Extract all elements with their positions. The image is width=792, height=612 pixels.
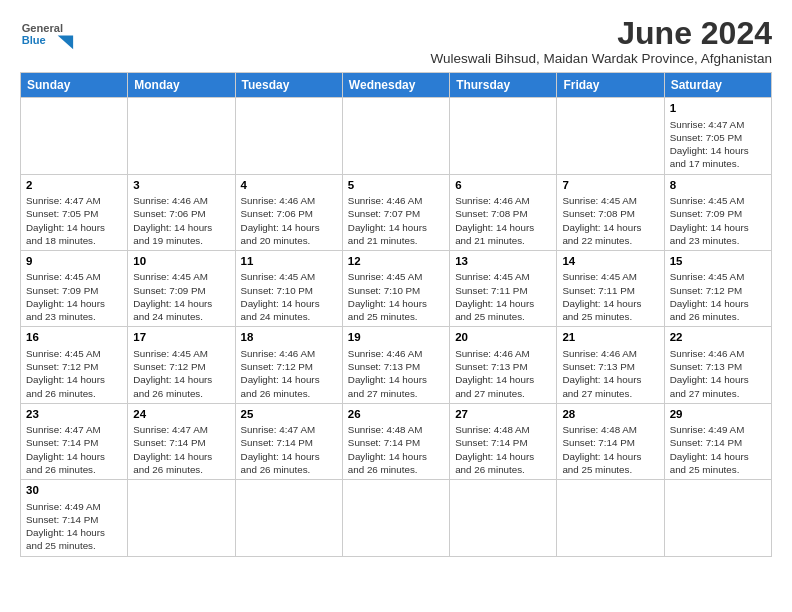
weekday-header-saturday: Saturday — [664, 73, 771, 98]
calendar-cell — [557, 98, 664, 174]
day-number: 2 — [26, 178, 122, 194]
calendar-cell: 24Sunrise: 4:47 AMSunset: 7:14 PMDayligh… — [128, 403, 235, 479]
day-info: Sunrise: 4:47 AMSunset: 7:05 PMDaylight:… — [670, 118, 766, 171]
day-info: Sunrise: 4:46 AMSunset: 7:08 PMDaylight:… — [455, 194, 551, 247]
day-number: 8 — [670, 178, 766, 194]
calendar-cell: 4Sunrise: 4:46 AMSunset: 7:06 PMDaylight… — [235, 174, 342, 250]
logo: General Blue — [20, 16, 80, 56]
calendar-cell: 28Sunrise: 4:48 AMSunset: 7:14 PMDayligh… — [557, 403, 664, 479]
day-info: Sunrise: 4:46 AMSunset: 7:13 PMDaylight:… — [348, 347, 444, 400]
day-info: Sunrise: 4:47 AMSunset: 7:14 PMDaylight:… — [241, 423, 337, 476]
day-info: Sunrise: 4:45 AMSunset: 7:11 PMDaylight:… — [562, 270, 658, 323]
calendar-cell — [21, 98, 128, 174]
calendar-cell: 11Sunrise: 4:45 AMSunset: 7:10 PMDayligh… — [235, 250, 342, 326]
day-number: 23 — [26, 407, 122, 423]
day-info: Sunrise: 4:47 AMSunset: 7:14 PMDaylight:… — [26, 423, 122, 476]
svg-text:Blue: Blue — [22, 34, 46, 46]
day-number: 27 — [455, 407, 551, 423]
weekday-header-monday: Monday — [128, 73, 235, 98]
svg-text:General: General — [22, 22, 63, 34]
calendar-cell: 17Sunrise: 4:45 AMSunset: 7:12 PMDayligh… — [128, 327, 235, 403]
day-number: 11 — [241, 254, 337, 270]
day-number: 21 — [562, 330, 658, 346]
day-info: Sunrise: 4:46 AMSunset: 7:13 PMDaylight:… — [670, 347, 766, 400]
calendar-cell: 2Sunrise: 4:47 AMSunset: 7:05 PMDaylight… — [21, 174, 128, 250]
calendar-cell: 8Sunrise: 4:45 AMSunset: 7:09 PMDaylight… — [664, 174, 771, 250]
day-info: Sunrise: 4:45 AMSunset: 7:11 PMDaylight:… — [455, 270, 551, 323]
day-number: 26 — [348, 407, 444, 423]
calendar-cell: 7Sunrise: 4:45 AMSunset: 7:08 PMDaylight… — [557, 174, 664, 250]
week-row-2: 2Sunrise: 4:47 AMSunset: 7:05 PMDaylight… — [21, 174, 772, 250]
week-row-6: 30Sunrise: 4:49 AMSunset: 7:14 PMDayligh… — [21, 480, 772, 556]
calendar-cell — [128, 480, 235, 556]
calendar-cell — [342, 98, 449, 174]
day-number: 1 — [670, 101, 766, 117]
day-info: Sunrise: 4:45 AMSunset: 7:12 PMDaylight:… — [670, 270, 766, 323]
day-number: 9 — [26, 254, 122, 270]
week-row-5: 23Sunrise: 4:47 AMSunset: 7:14 PMDayligh… — [21, 403, 772, 479]
day-number: 14 — [562, 254, 658, 270]
day-number: 16 — [26, 330, 122, 346]
day-number: 6 — [455, 178, 551, 194]
calendar-cell: 26Sunrise: 4:48 AMSunset: 7:14 PMDayligh… — [342, 403, 449, 479]
day-info: Sunrise: 4:48 AMSunset: 7:14 PMDaylight:… — [348, 423, 444, 476]
day-number: 7 — [562, 178, 658, 194]
day-info: Sunrise: 4:45 AMSunset: 7:09 PMDaylight:… — [26, 270, 122, 323]
day-info: Sunrise: 4:45 AMSunset: 7:09 PMDaylight:… — [670, 194, 766, 247]
day-number: 20 — [455, 330, 551, 346]
generalblue-logo: General Blue — [20, 16, 80, 56]
day-info: Sunrise: 4:45 AMSunset: 7:10 PMDaylight:… — [348, 270, 444, 323]
calendar-cell — [235, 480, 342, 556]
day-number: 5 — [348, 178, 444, 194]
day-info: Sunrise: 4:46 AMSunset: 7:07 PMDaylight:… — [348, 194, 444, 247]
day-info: Sunrise: 4:46 AMSunset: 7:13 PMDaylight:… — [455, 347, 551, 400]
calendar-cell: 18Sunrise: 4:46 AMSunset: 7:12 PMDayligh… — [235, 327, 342, 403]
weekday-header-wednesday: Wednesday — [342, 73, 449, 98]
day-info: Sunrise: 4:45 AMSunset: 7:12 PMDaylight:… — [26, 347, 122, 400]
day-info: Sunrise: 4:46 AMSunset: 7:06 PMDaylight:… — [133, 194, 229, 247]
calendar-cell: 25Sunrise: 4:47 AMSunset: 7:14 PMDayligh… — [235, 403, 342, 479]
calendar-cell: 21Sunrise: 4:46 AMSunset: 7:13 PMDayligh… — [557, 327, 664, 403]
day-info: Sunrise: 4:45 AMSunset: 7:10 PMDaylight:… — [241, 270, 337, 323]
calendar-cell: 29Sunrise: 4:49 AMSunset: 7:14 PMDayligh… — [664, 403, 771, 479]
day-info: Sunrise: 4:48 AMSunset: 7:14 PMDaylight:… — [455, 423, 551, 476]
day-number: 10 — [133, 254, 229, 270]
day-info: Sunrise: 4:47 AMSunset: 7:05 PMDaylight:… — [26, 194, 122, 247]
day-info: Sunrise: 4:46 AMSunset: 7:06 PMDaylight:… — [241, 194, 337, 247]
weekday-header-sunday: Sunday — [21, 73, 128, 98]
calendar-cell: 16Sunrise: 4:45 AMSunset: 7:12 PMDayligh… — [21, 327, 128, 403]
calendar-cell: 22Sunrise: 4:46 AMSunset: 7:13 PMDayligh… — [664, 327, 771, 403]
day-number: 22 — [670, 330, 766, 346]
day-info: Sunrise: 4:45 AMSunset: 7:09 PMDaylight:… — [133, 270, 229, 323]
calendar-cell: 5Sunrise: 4:46 AMSunset: 7:07 PMDaylight… — [342, 174, 449, 250]
calendar-cell — [128, 98, 235, 174]
calendar-cell: 10Sunrise: 4:45 AMSunset: 7:09 PMDayligh… — [128, 250, 235, 326]
week-row-4: 16Sunrise: 4:45 AMSunset: 7:12 PMDayligh… — [21, 327, 772, 403]
calendar-table: SundayMondayTuesdayWednesdayThursdayFrid… — [20, 72, 772, 556]
calendar-cell: 23Sunrise: 4:47 AMSunset: 7:14 PMDayligh… — [21, 403, 128, 479]
day-number: 4 — [241, 178, 337, 194]
calendar-cell: 9Sunrise: 4:45 AMSunset: 7:09 PMDaylight… — [21, 250, 128, 326]
calendar-cell: 27Sunrise: 4:48 AMSunset: 7:14 PMDayligh… — [450, 403, 557, 479]
calendar-cell: 20Sunrise: 4:46 AMSunset: 7:13 PMDayligh… — [450, 327, 557, 403]
week-row-3: 9Sunrise: 4:45 AMSunset: 7:09 PMDaylight… — [21, 250, 772, 326]
calendar-cell — [342, 480, 449, 556]
calendar-cell: 14Sunrise: 4:45 AMSunset: 7:11 PMDayligh… — [557, 250, 664, 326]
day-number: 18 — [241, 330, 337, 346]
subtitle: Wuleswali Bihsud, Maidan Wardak Province… — [431, 51, 772, 66]
day-info: Sunrise: 4:47 AMSunset: 7:14 PMDaylight:… — [133, 423, 229, 476]
day-number: 19 — [348, 330, 444, 346]
calendar-cell: 19Sunrise: 4:46 AMSunset: 7:13 PMDayligh… — [342, 327, 449, 403]
calendar-cell — [557, 480, 664, 556]
calendar-cell — [450, 98, 557, 174]
weekday-header-thursday: Thursday — [450, 73, 557, 98]
calendar-cell: 3Sunrise: 4:46 AMSunset: 7:06 PMDaylight… — [128, 174, 235, 250]
day-number: 24 — [133, 407, 229, 423]
calendar-cell — [235, 98, 342, 174]
month-title: June 2024 — [431, 16, 772, 51]
day-info: Sunrise: 4:49 AMSunset: 7:14 PMDaylight:… — [26, 500, 122, 553]
day-info: Sunrise: 4:49 AMSunset: 7:14 PMDaylight:… — [670, 423, 766, 476]
calendar-cell: 15Sunrise: 4:45 AMSunset: 7:12 PMDayligh… — [664, 250, 771, 326]
calendar-cell — [664, 480, 771, 556]
day-number: 13 — [455, 254, 551, 270]
